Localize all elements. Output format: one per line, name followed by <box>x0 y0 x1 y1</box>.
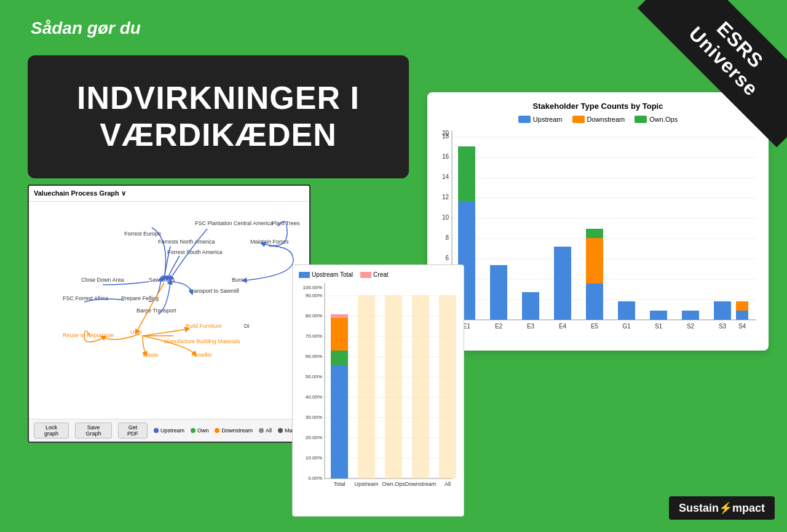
svg-text:Reseller: Reseller <box>192 352 212 358</box>
svg-text:S3: S3 <box>719 323 727 330</box>
svg-text:Manufacture Building Materials: Manufacture Building Materials <box>164 338 240 344</box>
svg-text:70.00%: 70.00% <box>306 333 322 339</box>
save-graph-btn[interactable]: Save Graph <box>75 423 112 439</box>
svg-rect-81 <box>490 265 507 320</box>
svg-text:Barge Transport: Barge Transport <box>136 308 176 314</box>
svg-text:16: 16 <box>442 153 449 160</box>
svg-rect-91 <box>618 301 635 320</box>
svg-text:All: All <box>445 481 451 487</box>
svg-rect-88 <box>586 238 603 284</box>
legend-all: All <box>259 427 272 434</box>
header-tagline: Sådan gør du <box>31 18 141 38</box>
svg-rect-95 <box>682 311 699 320</box>
svg-text:Close Down Area: Close Down Area <box>81 277 124 283</box>
esrs-banner-text: ESRS Universe <box>638 0 787 147</box>
lock-graph-btn[interactable]: Lock graph <box>34 423 69 439</box>
svg-text:20: 20 <box>442 130 449 137</box>
svg-rect-43 <box>331 365 348 478</box>
svg-text:12: 12 <box>442 194 449 200</box>
svg-text:Forrest South America: Forrest South America <box>167 249 223 255</box>
svg-text:14: 14 <box>442 173 449 180</box>
svg-rect-99 <box>736 311 748 320</box>
svg-rect-44 <box>331 351 348 365</box>
svg-text:60.00%: 60.00% <box>306 354 322 359</box>
svg-text:Upstream: Upstream <box>354 481 378 487</box>
svg-text:Transport to Sawmill: Transport to Sawmill <box>189 288 239 294</box>
svg-text:10.00%: 10.00% <box>306 455 322 461</box>
svg-rect-50 <box>439 295 456 478</box>
svg-rect-100 <box>736 301 748 311</box>
svg-text:6: 6 <box>445 255 449 261</box>
valuechain-footer: Lock graph Save Graph Get PDF Upstream O… <box>29 419 309 442</box>
svg-text:E4: E4 <box>559 323 567 330</box>
legend-upstream: Upstream <box>154 427 184 434</box>
valuechain-graph[interactable]: Forrest Europe FSC Plantation Central Am… <box>29 202 309 427</box>
legend-item-downstream: Downstream <box>572 116 625 123</box>
svg-text:FSC Plantation Central America: FSC Plantation Central America <box>195 220 273 226</box>
svg-rect-46 <box>331 314 348 318</box>
valuechain-header: Valuechain Process Graph ∨ <box>29 186 309 202</box>
svg-text:S1: S1 <box>655 323 663 330</box>
get-pdf-btn[interactable]: Get PDF <box>118 423 148 439</box>
legend-item-upstream: Upstream <box>518 116 563 123</box>
svg-text:G1: G1 <box>622 323 631 330</box>
svg-text:100.00%: 100.00% <box>303 285 322 290</box>
svg-text:E2: E2 <box>495 323 503 330</box>
svg-text:30.00%: 30.00% <box>306 415 322 420</box>
svg-rect-83 <box>522 292 539 320</box>
svg-text:Build Furniture: Build Furniture <box>186 323 222 329</box>
sustainimpact-logo: Sustain⚡mpact <box>669 496 775 520</box>
svg-rect-89 <box>586 229 603 238</box>
svg-text:E5: E5 <box>591 323 599 330</box>
svg-text:Total: Total <box>333 481 345 487</box>
legend-own: Own <box>191 427 209 434</box>
svg-text:8: 8 <box>445 234 449 241</box>
svg-text:User: User <box>130 329 142 335</box>
svg-text:Downstream: Downstream <box>405 481 437 487</box>
svg-text:Forrests North America: Forrests North America <box>158 239 215 245</box>
valuechain-svg: Forrest Europe FSC Plantation Central Am… <box>29 202 309 405</box>
svg-text:E3: E3 <box>527 323 535 330</box>
svg-text:FSC Forrest Africa: FSC Forrest Africa <box>63 295 108 301</box>
svg-text:Own.Ops: Own.Ops <box>382 481 405 487</box>
svg-rect-45 <box>331 318 348 351</box>
svg-text:Burn: Burn <box>232 277 243 283</box>
title-text: INDVIRKNINGER I VÆRDIKÆDEN <box>46 80 390 154</box>
stacked-chart-panel: Upstream Total Creat 0.00% 10.00% 20.00%… <box>292 264 464 517</box>
svg-text:S4: S4 <box>738 323 746 330</box>
svg-rect-79 <box>458 146 475 201</box>
svg-text:S2: S2 <box>687 323 695 330</box>
svg-rect-48 <box>385 295 402 478</box>
legend-creat: Creat <box>373 271 388 278</box>
svg-text:0.00%: 0.00% <box>308 475 322 481</box>
svg-rect-49 <box>412 295 429 478</box>
svg-text:80.00%: 80.00% <box>306 313 322 319</box>
svg-text:Maintain Forres: Maintain Forres <box>250 239 289 245</box>
logo-icon: ⚡ <box>719 502 732 514</box>
stacked-legend: Upstream Total Creat <box>299 271 457 278</box>
title-card: INDVIRKNINGER I VÆRDIKÆDEN <box>28 55 409 178</box>
svg-text:20.00%: 20.00% <box>306 435 322 440</box>
legend-upstream-total: Upstream Total <box>312 271 353 278</box>
svg-text:50.00%: 50.00% <box>306 374 322 379</box>
legend-downstream: Downstream <box>215 427 253 434</box>
svg-rect-85 <box>554 247 571 320</box>
svg-text:40.00%: 40.00% <box>306 394 322 400</box>
stacked-chart-svg: 0.00% 10.00% 20.00% 30.00% 40.00% 50.00%… <box>299 283 457 492</box>
svg-text:90.00%: 90.00% <box>306 293 322 298</box>
svg-rect-97 <box>714 301 731 320</box>
svg-text:Di: Di <box>244 323 250 329</box>
svg-text:10: 10 <box>442 214 449 221</box>
logo-text: Sustain⚡mpact <box>679 502 765 514</box>
valuechain-panel: Valuechain Process Graph ∨ Forrest Europ… <box>28 185 310 443</box>
svg-rect-47 <box>358 295 375 478</box>
svg-rect-87 <box>586 284 603 320</box>
svg-text:Forrest Europe: Forrest Europe <box>124 231 161 237</box>
esrs-banner: ESRS Universe <box>621 0 787 166</box>
svg-rect-93 <box>650 311 667 320</box>
